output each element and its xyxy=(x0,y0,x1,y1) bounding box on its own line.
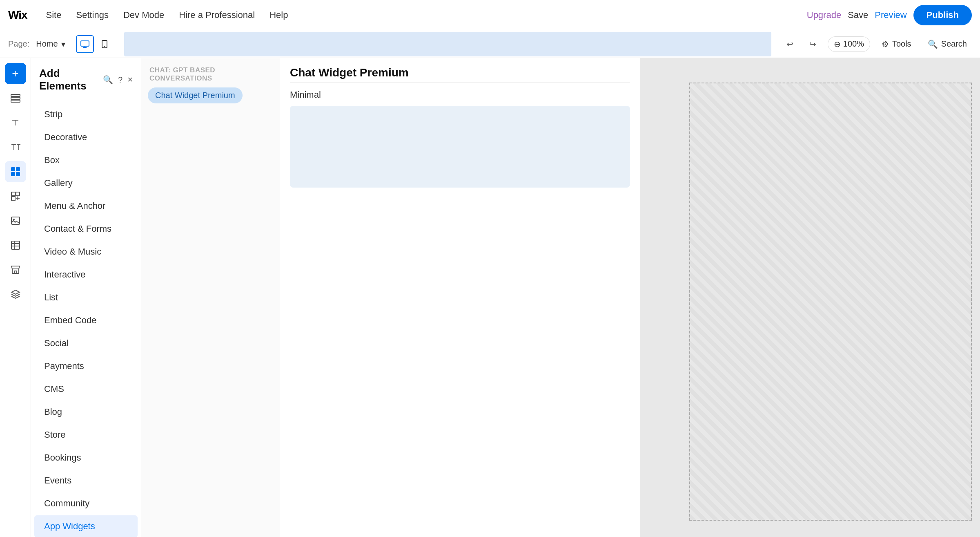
page-selector[interactable]: Home ▾ xyxy=(36,39,65,49)
panel-search-area: 🔍 ? × xyxy=(103,74,133,85)
undo-button[interactable]: ↩ xyxy=(782,36,798,52)
svg-rect-14 xyxy=(11,197,15,200)
widget-title: Chat Widget Premium xyxy=(290,66,630,79)
svg-rect-10 xyxy=(11,172,15,176)
element-contact-forms[interactable]: Contact & Forms xyxy=(34,218,138,240)
preview-button[interactable]: Preview xyxy=(875,10,906,20)
svg-rect-21 xyxy=(14,271,17,273)
panel-search-icon[interactable]: 🔍 xyxy=(103,75,113,85)
secondary-bar-right: ↩ ↪ ⊖ 100% ⚙ Tools 🔍 Search xyxy=(782,36,972,52)
nav-hire-professional[interactable]: Hire a Professional xyxy=(172,7,261,24)
svg-rect-5 xyxy=(11,94,20,96)
apps-icon-button[interactable] xyxy=(5,186,26,207)
svg-rect-9 xyxy=(16,167,20,171)
element-payments[interactable]: Payments xyxy=(34,355,138,377)
page-name: Home xyxy=(36,39,58,49)
element-menu-anchor[interactable]: Menu & Anchor xyxy=(34,195,138,217)
media-icon-button[interactable] xyxy=(5,210,26,231)
element-interactive[interactable]: Interactive xyxy=(34,264,138,286)
element-community[interactable]: Community xyxy=(34,492,138,515)
top-nav: Site Settings Dev Mode Hire a Profession… xyxy=(40,7,807,24)
element-decorative[interactable]: Decorative xyxy=(34,126,138,148)
element-social[interactable]: Social xyxy=(34,332,138,354)
nav-help[interactable]: Help xyxy=(263,7,294,24)
canvas-inner xyxy=(690,83,971,520)
canvas-main xyxy=(640,58,980,537)
typography-icon-button[interactable] xyxy=(5,136,26,158)
secondary-bar: Page: Home ▾ ↩ ↪ ⊖ 100% ⚙ Tools 🔍 Search xyxy=(0,30,980,58)
elements-list: Strip Decorative Box Gallery Menu & Anch… xyxy=(31,99,141,537)
panel-header: Add Elements 🔍 ? × xyxy=(31,58,141,99)
widget-divider xyxy=(290,83,630,83)
add-elements-panel: Add Elements 🔍 ? × Strip Decorative Box … xyxy=(31,58,141,537)
svg-rect-12 xyxy=(11,192,15,196)
redo-button[interactable]: ↪ xyxy=(805,36,821,52)
nav-dev-mode[interactable]: Dev Mode xyxy=(117,7,171,24)
panel-help-icon[interactable]: ? xyxy=(118,75,122,85)
element-list[interactable]: List xyxy=(34,286,138,309)
element-app-widgets[interactable]: App Widgets xyxy=(34,515,138,537)
device-switcher xyxy=(76,35,114,53)
svg-point-4 xyxy=(104,46,105,47)
desktop-view-button[interactable] xyxy=(76,35,94,53)
svg-rect-6 xyxy=(11,97,20,99)
canvas-tab-area xyxy=(124,32,771,56)
stack-icon-button[interactable] xyxy=(5,284,26,305)
right-preview-panel: Chat Widget Premium Minimal xyxy=(280,58,640,537)
svg-rect-7 xyxy=(11,100,20,102)
svg-rect-15 xyxy=(11,217,20,224)
table-icon-button[interactable] xyxy=(5,235,26,256)
panel-title: Add Elements xyxy=(39,67,103,92)
store-icon-button[interactable] xyxy=(5,259,26,280)
middle-panel: CHAT: GPT BASED CONVERSATIONS Chat Widge… xyxy=(141,58,280,537)
top-bar: Wix Site Settings Dev Mode Hire a Profes… xyxy=(0,0,980,30)
widget-variant-label: Minimal xyxy=(290,90,630,100)
svg-rect-0 xyxy=(81,41,89,46)
save-button[interactable]: Save xyxy=(848,10,868,20)
element-cms[interactable]: CMS xyxy=(34,378,138,400)
mobile-view-button[interactable] xyxy=(96,35,114,53)
left-icon-bar: + xyxy=(0,58,31,537)
zoom-minus-icon: ⊖ xyxy=(834,39,841,49)
svg-rect-8 xyxy=(11,167,15,171)
panel-close-icon[interactable]: × xyxy=(127,74,133,85)
element-embed-code[interactable]: Embed Code xyxy=(34,309,138,331)
svg-rect-13 xyxy=(16,192,20,196)
svg-point-16 xyxy=(13,219,15,220)
element-events[interactable]: Events xyxy=(34,470,138,492)
element-box[interactable]: Box xyxy=(34,149,138,171)
search-icon: 🔍 xyxy=(928,39,938,49)
search-label: Search xyxy=(941,39,967,49)
upgrade-button[interactable]: Upgrade xyxy=(807,10,841,20)
canvas-dashed-box xyxy=(689,83,972,521)
element-blog[interactable]: Blog xyxy=(34,401,138,423)
top-bar-right: Upgrade Save Preview Publish xyxy=(807,5,972,25)
element-bookings[interactable]: Bookings xyxy=(34,447,138,469)
publish-button[interactable]: Publish xyxy=(913,5,972,25)
zoom-control[interactable]: ⊖ 100% xyxy=(828,36,870,52)
search-button[interactable]: 🔍 Search xyxy=(923,37,972,51)
widget-chip[interactable]: Chat Widget Premium xyxy=(148,87,243,103)
nav-settings[interactable]: Settings xyxy=(69,7,115,24)
tools-icon: ⚙ xyxy=(882,39,889,49)
zoom-level: 100% xyxy=(843,39,864,49)
svg-rect-11 xyxy=(16,172,20,176)
tools-label: Tools xyxy=(892,39,911,49)
element-video-music[interactable]: Video & Music xyxy=(34,241,138,263)
page-label: Page: xyxy=(8,39,29,49)
nav-site[interactable]: Site xyxy=(40,7,68,24)
add-widget-icon-button[interactable] xyxy=(5,161,26,182)
main-layout: + Add Elements xyxy=(0,58,980,537)
wix-logo: Wix xyxy=(8,9,27,22)
tools-button[interactable]: ⚙ Tools xyxy=(877,37,916,51)
add-elements-button[interactable]: + xyxy=(5,63,26,84)
category-label: CHAT: GPT BASED CONVERSATIONS xyxy=(148,66,273,83)
element-store[interactable]: Store xyxy=(34,424,138,446)
element-strip[interactable]: Strip xyxy=(34,103,138,125)
widget-preview-box[interactable] xyxy=(290,106,630,188)
chevron-down-icon: ▾ xyxy=(61,39,65,49)
svg-rect-17 xyxy=(11,241,20,249)
text-icon-button[interactable] xyxy=(5,112,26,133)
layers-icon-button[interactable] xyxy=(5,87,26,109)
element-gallery[interactable]: Gallery xyxy=(34,172,138,194)
